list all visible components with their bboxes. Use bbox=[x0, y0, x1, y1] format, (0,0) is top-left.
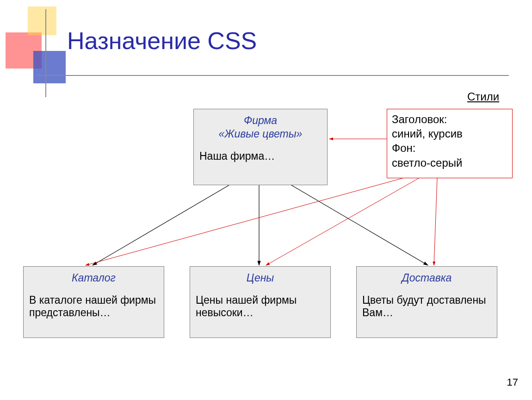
page-box-prices: Цены Цены нашей фирмы невысоки… bbox=[190, 266, 331, 338]
decor-square-yellow bbox=[28, 6, 56, 35]
svg-line-0 bbox=[93, 185, 229, 265]
styles-line-1: Заголовок: bbox=[392, 112, 507, 126]
main-title-line2: «Живые цветы» bbox=[219, 128, 303, 140]
delivery-body: Цветы будут доставлены Вам… bbox=[362, 294, 491, 319]
prices-title: Цены bbox=[196, 271, 325, 285]
page-box-main-title: Фирма «Живые цветы» bbox=[199, 114, 322, 141]
diagram-arrows bbox=[0, 0, 532, 400]
prices-body: Цены нашей фирмы невысоки… bbox=[196, 294, 325, 319]
styles-line-3: Фон: bbox=[392, 141, 507, 155]
decor-square-blue bbox=[33, 51, 66, 83]
catalog-body: В каталоге нашей фирмы представлены… bbox=[29, 294, 158, 319]
catalog-title: Каталог bbox=[29, 271, 158, 285]
styles-line-2: синий, курсив bbox=[392, 126, 507, 141]
page-box-delivery: Доставка Цветы будут доставлены Вам… bbox=[356, 266, 497, 338]
delivery-title: Доставка bbox=[362, 271, 491, 285]
svg-line-2 bbox=[291, 185, 428, 265]
page-box-main: Фирма «Живые цветы» Наша фирма… bbox=[193, 109, 328, 185]
slide-canvas: Назначение CSS Стили Заголовок: синий, к… bbox=[0, 0, 532, 400]
svg-line-4 bbox=[86, 178, 402, 265]
styles-label: Стили bbox=[467, 90, 499, 103]
slide-title: Назначение CSS bbox=[67, 27, 257, 55]
decor-horizontal-line bbox=[37, 75, 509, 76]
svg-line-5 bbox=[266, 178, 419, 265]
styles-definition-box: Заголовок: синий, курсив Фон: светло-сер… bbox=[387, 109, 513, 178]
page-box-catalog: Каталог В каталоге нашей фирмы представл… bbox=[23, 266, 164, 338]
main-title-line1: Фирма bbox=[244, 114, 277, 126]
page-number: 17 bbox=[507, 376, 518, 388]
svg-line-6 bbox=[434, 178, 437, 265]
page-box-main-body: Наша фирма… bbox=[199, 150, 322, 162]
styles-line-4: светло-серый bbox=[392, 156, 507, 170]
decor-vertical-line bbox=[45, 9, 46, 97]
